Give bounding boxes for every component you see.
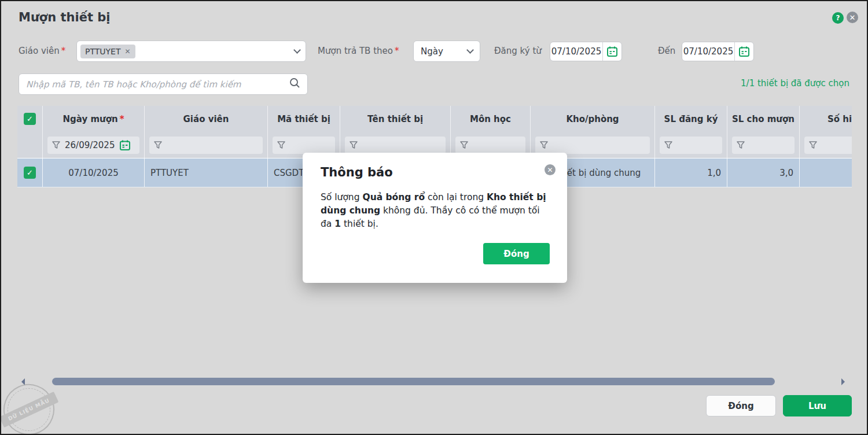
column-filter-input[interactable]: [345, 137, 446, 154]
column-header[interactable]: Ngày mượn*: [43, 106, 145, 132]
table-header-row: ✓ Ngày mượn* Giáo viên Mã thiết bị Tên t…: [17, 106, 852, 132]
notification-modal: Thông báo ✕ Số lượng Quả bóng rổ còn lại…: [303, 153, 567, 283]
filter-cell: [800, 132, 852, 158]
from-date-label: Đăng ký từ: [494, 40, 542, 62]
row-checkbox[interactable]: ✓: [24, 167, 36, 179]
borrow-by-value: Ngày: [421, 46, 443, 57]
from-date-input[interactable]: 07/10/2025: [550, 42, 622, 61]
column-filter-input[interactable]: [660, 137, 722, 154]
column-filter-input[interactable]: [273, 137, 335, 154]
scroll-left-icon[interactable]: [21, 378, 25, 385]
filter-empty-cell: [17, 132, 43, 158]
cell-qty-registered: 1,0: [655, 158, 727, 187]
device-search: [19, 73, 308, 95]
cell-serial: [800, 158, 852, 187]
column-header[interactable]: Tên thiết bị: [340, 106, 451, 132]
filter-funnel-icon: [737, 141, 745, 149]
check-icon: ✓: [27, 168, 33, 177]
column-filter-input[interactable]: [149, 137, 263, 154]
modal-title: Thông báo: [321, 165, 393, 179]
calendar-icon[interactable]: [734, 42, 753, 61]
column-header[interactable]: Giáo viên: [145, 106, 268, 132]
to-date-label: Đến: [658, 40, 675, 62]
selection-summary: 1/1 thiết bị đã được chọn: [741, 78, 849, 89]
filter-funnel-icon: [52, 141, 60, 149]
modal-close-button[interactable]: Đóng: [483, 243, 550, 264]
required-asterisk: *: [120, 114, 124, 124]
borrow-equipment-dialog: Mượn thiết bị ? ✕ Giáo viên* PTTUYET ✕ M…: [0, 0, 868, 435]
cell-qty-lent: 3,0: [727, 158, 800, 187]
teacher-label: Giáo viên*: [19, 40, 65, 62]
date-filter-cell: 26/09/2025: [43, 132, 145, 158]
column-header[interactable]: Môn học: [451, 106, 531, 132]
help-icon[interactable]: ?: [832, 12, 844, 24]
search-icon[interactable]: [289, 78, 300, 91]
check-icon: ✓: [27, 115, 33, 123]
row-checkbox-cell: ✓: [17, 158, 43, 187]
filter-cell: [727, 132, 800, 158]
scrollbar-thumb[interactable]: [52, 378, 775, 385]
filter-funnel-icon: [277, 141, 285, 149]
to-date-input[interactable]: 07/10/2025: [682, 42, 754, 61]
teacher-multiselect[interactable]: PTTUYET ✕: [76, 40, 306, 62]
required-asterisk: *: [61, 46, 66, 56]
date-filter-value: 26/09/2025: [65, 140, 115, 150]
close-glyph: ✕: [547, 166, 553, 174]
cell-borrow-date: 07/10/2025: [43, 158, 145, 187]
teacher-chip: PTTUYET ✕: [80, 45, 135, 58]
filter-funnel-icon: [540, 141, 548, 149]
modal-close-icon[interactable]: ✕: [545, 164, 556, 175]
borrow-by-label: Mượn trả TB theo*: [318, 40, 399, 62]
filter-funnel-icon: [154, 141, 162, 149]
column-header[interactable]: Số hiệu: [800, 106, 852, 132]
filter-funnel-icon: [460, 141, 468, 149]
cell-teacher: PTTUYET: [145, 158, 268, 187]
column-filter-input[interactable]: [535, 137, 650, 154]
calendar-icon[interactable]: [119, 139, 131, 151]
watermark-ribbon: DỮ LIỆU MẪU: [0, 392, 58, 427]
footer-close-button[interactable]: Đóng: [706, 395, 776, 416]
help-glyph: ?: [836, 14, 840, 22]
filter-funnel-icon: [809, 141, 817, 149]
horizontal-scrollbar: [1, 378, 868, 386]
select-all-checkbox[interactable]: ✓: [24, 113, 36, 125]
filter-cell: [145, 132, 268, 158]
column-header[interactable]: SL cho mượn: [727, 106, 800, 132]
column-header[interactable]: Mã thiết bị: [268, 106, 340, 132]
save-button[interactable]: Lưu: [783, 395, 852, 416]
header-checkbox-cell: ✓: [17, 106, 43, 132]
page-title: Mượn thiết bị: [19, 10, 111, 24]
chip-remove-icon[interactable]: ✕: [125, 47, 131, 56]
teacher-chip-label: PTTUYET: [85, 47, 121, 56]
filter-cell: [655, 132, 727, 158]
calendar-icon[interactable]: [602, 42, 621, 61]
modal-message: Số lượng Quả bóng rổ còn lại trong Kho t…: [321, 191, 552, 231]
from-date-value: 07/10/2025: [550, 46, 602, 57]
watermark-inner-ring: [1, 381, 57, 435]
scroll-right-icon[interactable]: [841, 378, 845, 385]
search-input[interactable]: [26, 79, 289, 90]
chevron-down-icon: [466, 46, 474, 54]
to-date-value: 07/10/2025: [682, 46, 734, 57]
column-filter-input[interactable]: [732, 137, 795, 154]
column-filter-input[interactable]: [804, 137, 852, 154]
column-header[interactable]: Kho/phòng: [531, 106, 655, 132]
required-asterisk: *: [395, 46, 399, 56]
filter-funnel-icon: [664, 141, 672, 149]
close-icon[interactable]: ✕: [847, 12, 858, 23]
column-header[interactable]: SL đăng ký: [655, 106, 727, 132]
column-filter-input[interactable]: [455, 137, 525, 154]
borrow-date-filter[interactable]: 26/09/2025: [47, 137, 139, 154]
close-glyph: ✕: [849, 13, 856, 22]
filter-funnel-icon: [350, 141, 358, 149]
borrow-by-select[interactable]: Ngày: [413, 40, 480, 62]
chevron-down-icon: [293, 46, 301, 54]
